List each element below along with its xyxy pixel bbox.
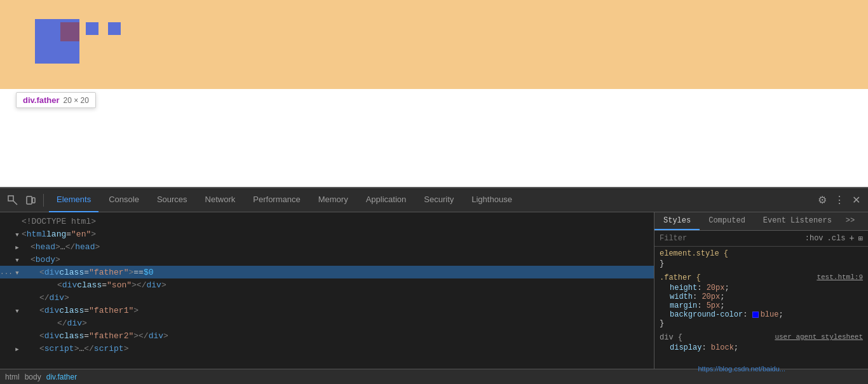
prop-margin: margin: 5px; (660, 301, 863, 310)
tab-elements[interactable]: Elements (49, 188, 98, 212)
html-line-div-father2: <div class="father2"></div> (0, 329, 654, 342)
styles-filter-input[interactable] (660, 234, 801, 243)
div-props: display: block; (660, 343, 863, 352)
add-style-button[interactable]: + (849, 233, 854, 243)
tab-sources[interactable]: Sources (149, 188, 195, 212)
style-rule-div: div { user agent stylesheet display: blo… (660, 333, 863, 352)
prop-background-color: background-color: blue; (660, 310, 863, 319)
filter-layout-button[interactable]: ⊞ (858, 234, 863, 243)
div-father-demo (35, 19, 79, 64)
devtools-toolbar: Elements Console Sources Network Perform… (0, 188, 868, 212)
line-dots: ... (0, 268, 13, 276)
html-line-body: <body> (0, 253, 654, 266)
html-line-div-father[interactable]: ... <div class="father"> == $0 (0, 266, 654, 278)
tab-event-listeners[interactable]: Event Listeners (754, 212, 841, 230)
html-panel[interactable]: <!DOCTYPE html> <html lang="en"> <head>…… (0, 212, 654, 369)
prop-height: height: 20px; (660, 284, 863, 292)
rule-header-father: .father { test.html:9 (660, 273, 863, 282)
triangle-father[interactable] (13, 268, 22, 277)
triangle-html[interactable] (13, 230, 22, 239)
watermark-url: https://blog.csdn.net/baidu... (698, 365, 785, 373)
filter-bar: :hov .cls + ⊞ (654, 231, 868, 247)
tab-computed[interactable]: Computed (700, 212, 754, 230)
rule-close: } (660, 259, 863, 268)
svg-rect-3 (32, 198, 35, 203)
style-rule-father: .father { test.html:9 height: 20px; widt… (660, 273, 863, 328)
tab-application[interactable]: Application (358, 188, 414, 212)
breadcrumb-html[interactable]: html (5, 373, 20, 381)
father-props: height: 20px; width: 20px; margin: 5px; … (660, 284, 863, 319)
svg-rect-0 (8, 196, 13, 201)
tab-styles[interactable]: Styles (654, 212, 700, 230)
style-rule-element: element.style { } (660, 249, 863, 268)
rule-header-div: div { user agent stylesheet (660, 333, 863, 342)
styles-tab-more[interactable]: >> (841, 212, 860, 230)
triangle-head[interactable] (13, 242, 22, 252)
close-devtools-icon[interactable]: ✕ (850, 191, 863, 209)
breadcrumb-body[interactable]: body (25, 373, 41, 381)
html-line-div-son: <div class="son"></div> (0, 278, 654, 291)
devtools-content: <!DOCTYPE html> <html lang="en"> <head>…… (0, 212, 868, 369)
div-selector: div { (660, 333, 682, 342)
styles-content: element.style { } .father { test.html:9 … (654, 247, 868, 369)
tab-security[interactable]: Security (416, 188, 461, 212)
div-father1-demo (86, 22, 98, 35)
prop-width: width: 20px; (660, 292, 863, 301)
triangle-body[interactable] (13, 255, 22, 264)
triangle-script[interactable] (13, 344, 22, 353)
styles-tab-bar: Styles Computed Event Listeners >> (654, 212, 868, 231)
tab-performance[interactable]: Performance (245, 188, 308, 212)
prop-display: display: block; (660, 343, 863, 352)
filter-hov-button[interactable]: :hov (805, 234, 824, 243)
color-swatch[interactable] (752, 312, 759, 318)
inspect-icon[interactable] (5, 193, 20, 208)
demo-container (35, 19, 124, 64)
svg-line-1 (13, 201, 17, 205)
html-line-div-close: </div> (0, 291, 654, 304)
tooltip-class-name: div.father (23, 95, 60, 105)
div-father2-demo (108, 22, 121, 35)
tab-lighthouse[interactable]: Lighthouse (464, 188, 520, 212)
toolbar-separator (43, 194, 44, 207)
element-style-selector: element.style { (660, 249, 728, 258)
html-line-html: <html lang="en"> (0, 228, 654, 240)
div-son-demo (60, 22, 79, 41)
tab-network[interactable]: Network (198, 188, 243, 212)
father-source[interactable]: test.html:9 (817, 273, 863, 282)
html-line-div-father1: <div class="father1"> (0, 304, 654, 317)
device-icon[interactable] (23, 193, 38, 208)
element-tooltip: div.father 20 × 20 (16, 92, 96, 108)
html-line-head: <head>…</head> (0, 240, 654, 253)
preview-area (0, 0, 868, 89)
html-line-script: <script>…</script> (0, 342, 654, 355)
devtools-panel: Elements Console Sources Network Perform… (0, 187, 868, 384)
father-selector: .father { (660, 273, 701, 282)
html-line-div-father1-close: </div> (0, 317, 654, 329)
tooltip-dimensions: 20 × 20 (64, 96, 89, 105)
tab-memory[interactable]: Memory (311, 188, 356, 212)
filter-cls-button[interactable]: .cls (827, 234, 846, 243)
svg-rect-2 (27, 196, 32, 204)
more-options-icon[interactable]: ⋮ (832, 191, 847, 209)
html-line-doctype: <!DOCTYPE html> (0, 215, 654, 228)
doctype-text: <!DOCTYPE html> (22, 217, 96, 226)
rule-header: element.style { (660, 249, 863, 258)
div-source[interactable]: user agent stylesheet (775, 333, 863, 342)
triangle-father1[interactable] (13, 306, 22, 315)
father-rule-close: } (660, 319, 863, 328)
settings-icon[interactable]: ⚙ (815, 191, 829, 209)
breadcrumb-div-father[interactable]: div.father (46, 373, 77, 381)
styles-panel: Styles Computed Event Listeners >> :hov … (654, 212, 868, 369)
tab-console[interactable]: Console (101, 188, 147, 212)
